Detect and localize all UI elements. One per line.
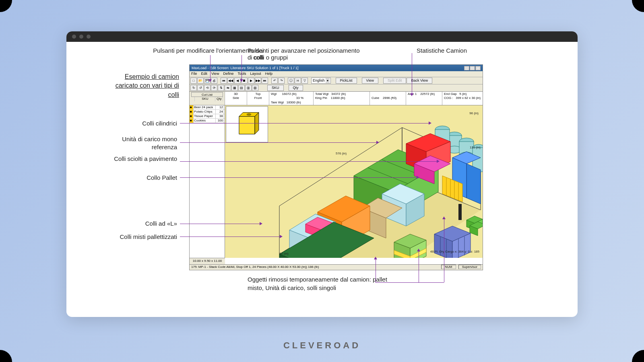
toolbar-1: □ 📂 💾 🖨 ⏮ ◀◀ ◀ ⏹ ▶ ▶▶ ⏭ ↶ ↷ ⓘ H ▽ [190, 77, 483, 84]
annot-title: Esempio di camion caricato con vari tipi… [113, 72, 179, 99]
flip-2-icon[interactable]: ⇆ [225, 85, 231, 91]
menu-file[interactable]: File [191, 72, 197, 76]
annot-advance: Pulsanti per avanzare nel posizionamento… [248, 47, 360, 61]
first-icon[interactable]: ⏮ [221, 78, 227, 84]
grid-2-icon[interactable]: ▤ [238, 85, 245, 91]
toolbar-2: ↻ ↺ ⟲ ⟳ ⇅ ⇆ ▦ ▤ ▥ ▧ SKU Qty [190, 84, 483, 92]
undo-icon[interactable]: ↶ [271, 78, 278, 84]
sku-button[interactable]: SKU [267, 85, 284, 91]
picklist-button[interactable]: PickList [336, 78, 357, 84]
window-titlebar [66, 31, 578, 42]
svg-rect-55 [458, 204, 462, 220]
menu-bar: File Edit View Define Tools Layout Help [190, 71, 483, 77]
next-group-icon[interactable]: ▶▶ [255, 78, 261, 84]
view-3d[interactable]: 3D [227, 92, 245, 96]
maxload-app: MaxLoad - Edit Screen: Literature SKU So… [189, 64, 483, 270]
status-user: Supervisor [458, 265, 481, 269]
menu-view[interactable]: View [211, 72, 219, 76]
view-front[interactable]: Front [249, 96, 267, 100]
qty-button[interactable]: Qty [289, 85, 303, 91]
cutlist-row[interactable]: ■Beer 24 pack12 [190, 105, 225, 110]
dim-length: 576 (in) [336, 152, 347, 155]
app-title-text: MaxLoad - Edit Screen: Literature SKU So… [192, 66, 298, 70]
annot-mono: Unità di carico mono referenza [113, 135, 177, 151]
grid-3-icon[interactable]: ▥ [245, 85, 252, 91]
status-text: 175: MP-1 - Stack Code All/All, Stop Off… [191, 265, 319, 269]
min-button[interactable]: _ [464, 66, 469, 70]
min-dot[interactable] [79, 35, 83, 39]
status-bar: 175: MP-1 - Stack Code All/All, Stop Off… [190, 264, 483, 270]
split-button[interactable]: Split Edit [383, 78, 407, 84]
menu-help[interactable]: Help [265, 72, 272, 76]
cutlist-row[interactable]: ■Tissue Paper38 [190, 114, 225, 119]
status-num: NUM [441, 265, 456, 269]
close-dot[interactable] [72, 35, 76, 39]
next-icon[interactable]: ▶ [248, 78, 254, 84]
prev-group-icon[interactable]: ◀◀ [227, 78, 234, 84]
open-icon[interactable]: 📂 [197, 78, 204, 84]
flip-1-icon[interactable]: ⇅ [218, 85, 224, 91]
grid-1-icon[interactable]: ▦ [231, 85, 238, 91]
menu-define[interactable]: Define [223, 72, 233, 76]
rotate-3-icon[interactable]: ⟲ [204, 85, 211, 91]
rotate-2-icon[interactable]: ↺ [197, 85, 204, 91]
annot-cylindrical: Colli cilindrici [113, 120, 177, 127]
annot-orient: Pulsanti per modificare l'orientamento d… [145, 47, 264, 61]
dim-height: 96 (in) [469, 111, 479, 115]
view-top[interactable]: Top [249, 92, 267, 96]
language-dropdown[interactable]: English [311, 78, 331, 84]
cargo-info: 48 Ft. Dry Cargo x: 364 y: 0 z: 185 [430, 250, 479, 254]
annot-stats: Statistiche Camion [417, 47, 467, 54]
max-dot[interactable] [87, 35, 91, 39]
view-button[interactable]: View [362, 78, 378, 84]
back-view-button[interactable]: Back View [407, 78, 432, 84]
brand-logo: CLEVEROAD [283, 340, 361, 351]
new-icon[interactable]: □ [190, 78, 197, 84]
print-icon[interactable]: 🖨 [211, 78, 217, 84]
svg-marker-18 [466, 164, 481, 204]
dimension-readout: 10.00 x 9.50 x 11.00 [190, 258, 225, 264]
annot-mixed: Colli misti pallettizzati [113, 233, 177, 240]
app-titlebar: MaxLoad - Edit Screen: Literature SKU So… [190, 65, 483, 71]
close-button[interactable]: × [475, 66, 481, 70]
content-area: Pulsanti per modificare l'orientamento d… [66, 42, 578, 317]
dim-width: 110 (in) [470, 146, 481, 149]
rotate-4-icon[interactable]: ⟳ [211, 85, 217, 91]
annot-removed: Oggetti rimossi temporaneamente dal cami… [248, 275, 392, 292]
rotate-1-icon[interactable]: ↻ [190, 85, 197, 91]
h-icon[interactable]: H [295, 78, 301, 84]
redo-icon[interactable]: ↷ [278, 78, 285, 84]
annot-pallet: Collo Pallet [113, 174, 177, 181]
cutlist-header: Cut List [191, 92, 223, 97]
dim-bot: 62 (in) [279, 252, 289, 255]
last-icon[interactable]: ⏭ [262, 78, 268, 84]
annot-loose: Colli sciolti a pavimento [113, 155, 177, 163]
view-side[interactable]: Side [227, 96, 245, 100]
menu-layout[interactable]: Layout [250, 72, 261, 76]
cutlist-panel: ■Beer 24 pack12 ■Potato Chips24 ■Tissue … [190, 105, 225, 258]
max-button[interactable]: □ [470, 66, 475, 70]
annot-lshape: Colli ad «L» [113, 220, 177, 227]
filter-icon[interactable]: ▽ [301, 78, 308, 84]
browser-window: Pulsanti per modificare l'orientamento d… [66, 31, 578, 317]
info-icon[interactable]: ⓘ [288, 78, 294, 84]
grid-4-icon[interactable]: ▧ [252, 85, 258, 91]
cutlist-row[interactable]: ■Potato Chips24 [190, 110, 225, 114]
menu-edit[interactable]: Edit [201, 72, 208, 76]
stats-bar: Cut List SKU Qty 3D Side Top Front Wg [190, 92, 483, 105]
cutlist-row[interactable]: ■Cookies100 [190, 119, 225, 123]
